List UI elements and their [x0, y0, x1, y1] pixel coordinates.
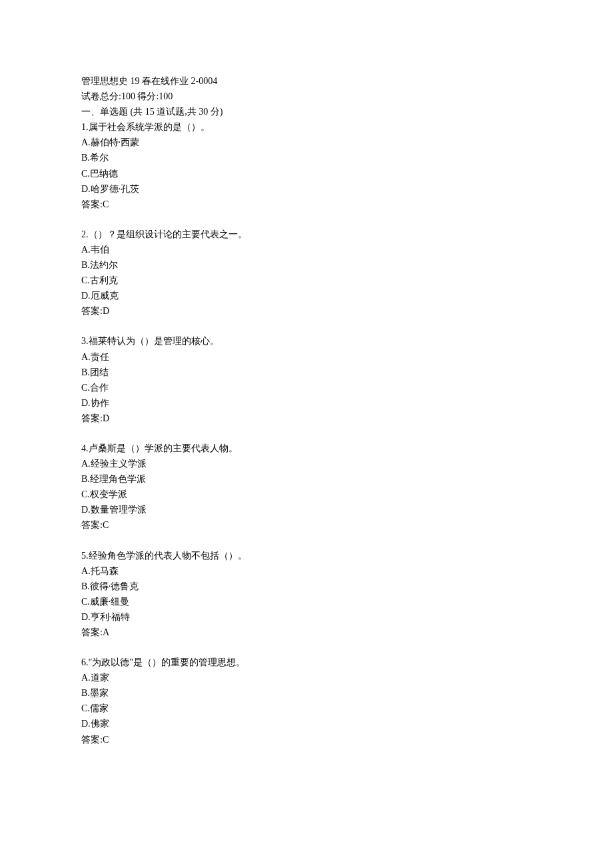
- question-stem: 2.（）？是组织设计论的主要代表之一。: [81, 227, 532, 242]
- question-answer: 答案:C: [81, 197, 532, 212]
- question-answer: 答案:D: [81, 303, 532, 319]
- question-option: C.古利克: [81, 273, 532, 288]
- question-option: B.墨家: [81, 685, 532, 701]
- section-intro: 一、单选题 (共 15 道试题,共 30 分): [81, 104, 532, 119]
- question-option: C.合作: [81, 380, 532, 395]
- question-option: D.协作: [81, 395, 532, 411]
- question-stem: 1.属于社会系统学派的是（）。: [81, 119, 532, 135]
- question-option: B.彼得·德鲁克: [81, 579, 532, 594]
- question-option: A.赫伯特·西蒙: [81, 135, 532, 150]
- question-option: A.责任: [81, 349, 532, 365]
- question-block: 4.卢桑斯是（）学派的主要代表人物。 A.经验主义学派 B.经理角色学派 C.权…: [81, 441, 532, 533]
- question-option: D.亨利·福特: [81, 609, 532, 625]
- document-header: 管理思想史 19 春在线作业 2-0004 试卷总分:100 得分:100 一、…: [81, 73, 532, 212]
- question-block: 3.福莱特认为（）是管理的核心。 A.责任 B.团结 C.合作 D.协作 答案:…: [81, 333, 532, 426]
- question-stem: 6."为政以德"是（）的重要的管理思想。: [81, 655, 532, 670]
- question-option: B.法约尔: [81, 257, 532, 273]
- score-line: 试卷总分:100 得分:100: [81, 89, 532, 104]
- question-option: B.经理角色学派: [81, 471, 532, 487]
- question-stem: 5.经验角色学派的代表人物不包括（）。: [81, 548, 532, 563]
- question-block: 2.（）？是组织设计论的主要代表之一。 A.韦伯 B.法约尔 C.古利克 D.厄…: [81, 227, 532, 319]
- question-option: B.希尔: [81, 150, 532, 165]
- question-stem: 3.福莱特认为（）是管理的核心。: [81, 333, 532, 349]
- question-option: D.数量管理学派: [81, 502, 532, 517]
- question-answer: 答案:C: [81, 732, 532, 747]
- question-stem: 4.卢桑斯是（）学派的主要代表人物。: [81, 441, 532, 456]
- question-option: A.经验主义学派: [81, 456, 532, 471]
- question-block: 6."为政以德"是（）的重要的管理思想。 A.道家 B.墨家 C.儒家 D.佛家…: [81, 655, 532, 747]
- question-option: C.威廉·纽曼: [81, 594, 532, 609]
- question-option: D.哈罗德·孔茨: [81, 181, 532, 197]
- question-option: A.韦伯: [81, 242, 532, 257]
- document-title: 管理思想史 19 春在线作业 2-0004: [81, 73, 532, 89]
- question-block: 5.经验角色学派的代表人物不包括（）。 A.托马森 B.彼得·德鲁克 C.威廉·…: [81, 548, 532, 641]
- question-option: A.道家: [81, 670, 532, 685]
- question-answer: 答案:A: [81, 625, 532, 640]
- question-option: C.权变学派: [81, 487, 532, 502]
- question-option: D.厄威克: [81, 288, 532, 303]
- question-option: D.佛家: [81, 716, 532, 731]
- question-option: A.托马森: [81, 563, 532, 579]
- question-option: C.儒家: [81, 701, 532, 716]
- question-option: C.巴纳德: [81, 166, 532, 181]
- question-answer: 答案:C: [81, 517, 532, 533]
- question-answer: 答案:D: [81, 411, 532, 426]
- question-option: B.团结: [81, 365, 532, 380]
